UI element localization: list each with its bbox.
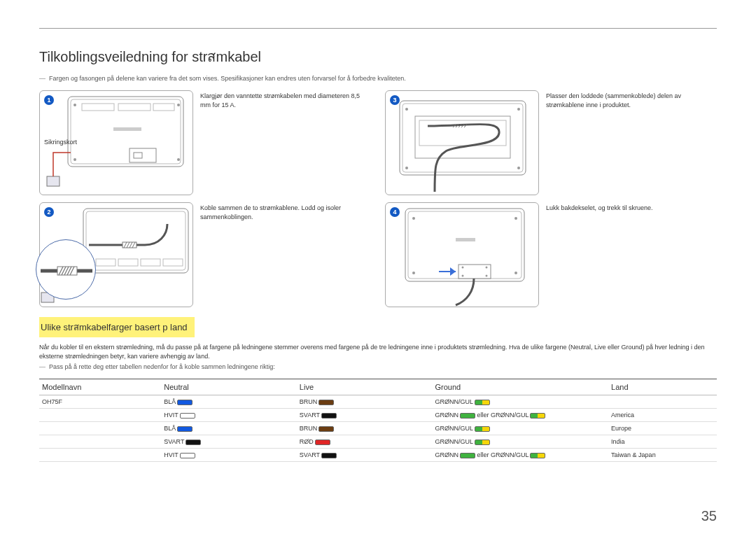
svg-point-22 xyxy=(405,108,408,111)
svg-point-47 xyxy=(412,217,415,220)
swatch-blue xyxy=(177,426,192,432)
svg-point-52 xyxy=(462,267,464,269)
swatch-brown xyxy=(318,400,334,405)
svg-point-5 xyxy=(74,104,76,106)
figure-1: 1 Sikringsko xyxy=(39,90,193,195)
cell-neutral: HVIT xyxy=(161,449,297,462)
svg-point-8 xyxy=(177,158,180,161)
cell-model: OH75F xyxy=(39,395,161,409)
section-colors-intro: Når du kobler til en ekstern strømlednin… xyxy=(39,343,717,360)
cell-land: Taiwan & Japan xyxy=(608,449,717,462)
cell-live: SVART xyxy=(297,449,433,462)
table-row: BLÅ BRUN GRØNN/GUL Europe xyxy=(39,422,717,435)
swatch-green-yellow xyxy=(530,413,545,419)
swatch-brown xyxy=(318,426,334,432)
step-badge-3: 3 xyxy=(390,95,400,105)
swatch-blue xyxy=(177,400,192,405)
swatch-green xyxy=(460,453,475,458)
svg-rect-26 xyxy=(83,209,188,273)
svg-point-49 xyxy=(412,272,415,274)
svg-point-53 xyxy=(486,267,488,269)
diagram-inset-cable xyxy=(386,91,540,196)
cell-neutral: SVART xyxy=(161,435,297,449)
cell-land: India xyxy=(608,435,717,449)
step-2: 2 xyxy=(39,202,371,307)
table-header-row: Modellnavn Neutral Live Ground Land xyxy=(39,379,717,395)
step-badge-4: 4 xyxy=(390,207,400,217)
swatch-white xyxy=(180,413,195,419)
label-sikringskort: Sikringskort xyxy=(44,139,77,146)
swatch-black xyxy=(321,413,337,419)
cell-neutral: BLÅ xyxy=(161,395,297,409)
cell-land xyxy=(608,395,717,409)
step-badge-1: 1 xyxy=(44,95,54,105)
page-title: Tilkoblingsveiledning for strสmkabel xyxy=(39,45,717,68)
svg-point-7 xyxy=(74,158,76,161)
svg-point-23 xyxy=(517,108,520,111)
cell-ground: GRØNN/GUL xyxy=(432,435,608,449)
cell-ground: GRØNN/GUL xyxy=(432,422,608,435)
swatch-green-yellow xyxy=(475,440,490,445)
svg-rect-38 xyxy=(57,267,77,275)
cell-neutral: BLÅ xyxy=(161,422,297,435)
cell-land: America xyxy=(608,409,717,422)
cell-live: SVART xyxy=(297,409,433,422)
swatch-green-yellow xyxy=(530,453,545,458)
table-row: SVART RØD GRØNN/GUL India xyxy=(39,435,717,449)
table-row: HVIT SVART GRØNN eller GRØNN/GUL Taiwan … xyxy=(39,449,717,462)
th-neutral: Neutral xyxy=(161,379,297,395)
figure-3: 3 xyxy=(385,90,539,195)
th-ground: Ground xyxy=(432,379,608,395)
colors-table: Modellnavn Neutral Live Ground Land OH75… xyxy=(39,379,717,462)
cell-ground: GRØNN/GUL xyxy=(432,395,608,409)
swatch-white xyxy=(180,453,195,458)
svg-rect-12 xyxy=(47,176,59,186)
th-land: Land xyxy=(608,379,717,395)
step-2-text: Koble sammen de to strømkablene. Lodd og… xyxy=(200,202,371,221)
step-1: 1 Sikringsko xyxy=(39,90,371,195)
cell-live: RØD xyxy=(297,435,433,449)
svg-point-6 xyxy=(177,104,180,106)
swatch-green-yellow xyxy=(475,400,490,405)
cell-live: BRUN xyxy=(297,395,433,409)
swatch-red xyxy=(315,440,330,445)
steps-grid: 1 Sikringsko xyxy=(39,90,717,307)
step-4-text: Lukk bakdekselet, og trekk til skruene. xyxy=(546,202,717,213)
swatch-green xyxy=(460,413,475,419)
svg-point-50 xyxy=(514,272,517,274)
figure-4: 4 xyxy=(385,202,539,307)
cell-ground: GRØNN eller GRØNN/GUL xyxy=(432,409,608,422)
step-1-text: Klargjør den vanntette strømkabelen med … xyxy=(200,90,371,109)
cell-land: Europe xyxy=(608,422,717,435)
rule-top xyxy=(39,28,717,29)
table-row: HVIT SVART GRØNN eller GRØNN/GUL America xyxy=(39,409,717,422)
th-live: Live xyxy=(297,379,433,395)
swatch-black xyxy=(186,440,201,445)
cell-ground: GRØNN eller GRØNN/GUL xyxy=(432,449,608,462)
svg-point-25 xyxy=(517,167,520,169)
step-badge-2: 2 xyxy=(44,207,54,217)
diagram-close-cover xyxy=(386,203,540,308)
table-row: OH75F BLÅ BRUN GRØNN/GUL xyxy=(39,395,717,409)
step-3-text: Plasser den loddede (sammenkoblede) dele… xyxy=(546,90,717,109)
step-4: 4 Lukk bakdekselet, og trekk til skruene… xyxy=(385,202,717,307)
svg-point-48 xyxy=(514,217,517,220)
svg-point-54 xyxy=(462,275,464,277)
page-number: 35 xyxy=(701,508,717,524)
quality-note: Fargen og fasongen på delene kan variere… xyxy=(39,75,717,82)
section-colors-heading: Ulike strสmkabelfarger basert p land xyxy=(39,317,195,337)
splice-callout xyxy=(36,239,96,300)
swatch-green-yellow xyxy=(475,426,490,432)
figure-2: 2 xyxy=(39,202,193,307)
swatch-black xyxy=(321,453,337,458)
section-colors-note: Pass på å rette deg etter tabellen neden… xyxy=(39,363,717,370)
step-3: 3 Plasser den loddede (sammenkoblede) de… xyxy=(385,90,717,195)
cell-neutral: HVIT xyxy=(161,409,297,422)
th-model: Modellnavn xyxy=(39,379,161,395)
svg-point-55 xyxy=(486,275,488,277)
cell-live: BRUN xyxy=(297,422,433,435)
svg-rect-46 xyxy=(456,238,475,241)
svg-point-24 xyxy=(405,167,408,169)
svg-rect-9 xyxy=(113,127,141,131)
svg-rect-0 xyxy=(68,97,183,167)
